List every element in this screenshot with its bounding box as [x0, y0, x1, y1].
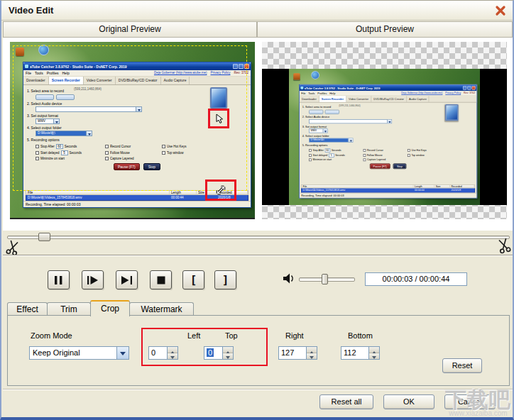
time-display: 00:00:03 / 00:00:44 [365, 272, 467, 286]
mark-out-button[interactable]: ] [214, 270, 236, 289]
rec-record-controls: Pause (F7) Stop [302, 164, 474, 170]
separator [3, 255, 513, 256]
seek-slider-thumb[interactable] [38, 233, 50, 241]
rec-app-icon [300, 87, 303, 89]
crop-right-value[interactable]: 127 [279, 347, 306, 359]
rec-format-dropdown: WMV [309, 128, 328, 133]
crop-tab-panel: Zoom Mode Left Top Right Bottom Keep Ori… [7, 315, 510, 386]
rec-status-bar: Recording, Time elapsed: 00:00:03 [300, 193, 477, 198]
zoom-mode-value: Keep Original [30, 347, 116, 359]
rec-capture-coords: (599,211,1460,864) [339, 104, 360, 109]
reset-button[interactable]: Reset [442, 358, 482, 373]
desktop-icon [293, 73, 300, 79]
volume-speaker-icon[interactable] [283, 272, 295, 287]
rec-option: Capture Layered [363, 158, 407, 161]
play-to-end-button[interactable] [116, 270, 138, 289]
rec-option: Use Hot Keys [408, 148, 444, 152]
rec-option: Start delayed5Seconds [309, 153, 362, 157]
rec-tab-audio-capture: Audio Capture [407, 96, 430, 102]
rec-tabs: Downloader Screen Recorder Video Convert… [300, 96, 477, 102]
pause-icon [54, 276, 63, 284]
output-video-band: aTube Catcher 3.8.9762 - Studio Suite - … [262, 69, 507, 205]
chevron-down-icon[interactable] [116, 347, 128, 359]
output-recorded-scene: aTube Catcher 3.8.9762 - Studio Suite - … [289, 69, 480, 205]
output-preview-header: Output Preview [257, 21, 513, 38]
rec-checkbox-icon [309, 149, 312, 152]
ok-button[interactable]: OK [383, 394, 434, 409]
zoom-mode-label: Zoom Mode [31, 331, 72, 340]
cancel-button[interactable]: Cancel [444, 394, 496, 409]
highlight-box-left-top [141, 328, 268, 366]
rec-step3: 3. Set output format [302, 125, 474, 128]
rec-window-buttons [463, 86, 476, 89]
rec-home-link: Deja Gobernar (http://www.atube.me) [401, 92, 442, 94]
zoom-mode-dropdown[interactable]: Keep Original [29, 346, 129, 360]
seek-slider-track[interactable] [7, 236, 510, 239]
rec-privacy-link: Privacy Policy [445, 92, 461, 94]
rec-tab-screen-recorder: Screen Recorder [319, 96, 346, 102]
rec-maximize-icon [467, 86, 471, 89]
rec-checkbox-icon [363, 154, 366, 157]
pause-button[interactable] [48, 270, 70, 289]
reset-all-button[interactable]: Reset all [319, 394, 373, 409]
rec-dropdown-arrow-icon [348, 138, 352, 142]
mark-in-button[interactable]: [ [182, 270, 204, 289]
tab-watermark[interactable]: Watermark [129, 302, 194, 316]
output-video-content: aTube Catcher 3.8.9762 - Studio Suite - … [289, 69, 480, 205]
play-button[interactable] [82, 270, 104, 289]
rec-option: Minimize on start [309, 158, 362, 161]
rec-title: aTube Catcher 3.8.9762 - Studio Suite - … [305, 87, 462, 90]
rec-close-icon [471, 86, 475, 89]
rec-file-list-header: File Length Size Recorded [301, 184, 475, 188]
rec-step5: 5. Recording options [302, 143, 474, 147]
rec-menu-help: Help [329, 92, 335, 95]
close-button[interactable] [493, 4, 508, 18]
rec-titlebar: aTube Catcher 3.8.9762 - Studio Suite - … [300, 85, 477, 92]
spin-down-icon[interactable] [307, 353, 317, 359]
rec-checkbox-icon [363, 149, 366, 152]
stop-icon [157, 276, 165, 284]
dialog-title: Video Edit [9, 5, 53, 16]
spin-up-icon[interactable] [369, 347, 379, 353]
spin-down-icon[interactable] [369, 353, 379, 359]
rec-step1: 1. Select area to record [302, 105, 332, 109]
original-preview-frame: aTube Catcher 3.8.9762 - Studio Suite - … [10, 42, 255, 219]
crop-bottom-value[interactable]: 112 [341, 347, 368, 359]
crop-bottom-spinner[interactable]: 112 [341, 346, 380, 360]
rec-tab-dvd-creator: DVD/BluRay/CD Creator [371, 96, 407, 102]
highlight-box-resize-handle[interactable] [205, 179, 236, 201]
preview-panel: aTube Catcher 3.8.9762 - Studio Suite - … [3, 38, 514, 231]
rec-audio-device-dropdown [309, 119, 392, 123]
recorded-cursor-icon [216, 114, 224, 124]
footer-separator [3, 389, 513, 390]
right-label: Right [285, 331, 304, 340]
rec-capture-thumbnail [445, 104, 459, 121]
play-to-end-icon [121, 276, 132, 284]
tab-crop[interactable]: Crop [90, 300, 130, 316]
close-icon [495, 5, 506, 16]
rec-option: Stop After60Seconds [309, 148, 362, 152]
tab-effect[interactable]: Effect [7, 302, 48, 316]
spin-up-icon[interactable] [307, 347, 317, 353]
trim-end-scissors-icon[interactable] [495, 236, 514, 255]
rec-menu-file: File [301, 92, 305, 95]
output-scene-scaler: aTube Catcher 3.8.9762 - Studio Suite - … [289, 69, 480, 205]
mark-in-icon: [ [190, 275, 197, 286]
watermark-url: www.xiazaiba.com [445, 409, 511, 417]
play-icon [87, 276, 98, 284]
crop-right-spinner[interactable]: 127 [278, 346, 317, 360]
highlight-box-widget [208, 109, 229, 128]
tab-trim[interactable]: Trim [47, 302, 91, 316]
original-preview-header: Original Preview [3, 21, 257, 38]
stop-button[interactable] [150, 270, 172, 289]
bottom-label: Bottom [348, 331, 373, 340]
rec-checkbox-icon [408, 149, 410, 152]
rec-dropdown-arrow-icon [387, 120, 391, 123]
output-preview-frame: aTube Catcher 3.8.9762 - Studio Suite - … [262, 42, 507, 219]
rec-menu-tools: Tools [308, 92, 315, 95]
rec-checkbox-icon [309, 159, 312, 162]
rec-revision: Rev: 3702 [464, 92, 475, 94]
rec-dropdown-arrow-icon [323, 129, 327, 133]
volume-slider-thumb[interactable] [322, 274, 328, 284]
rec-stop-button: Stop [393, 164, 406, 170]
